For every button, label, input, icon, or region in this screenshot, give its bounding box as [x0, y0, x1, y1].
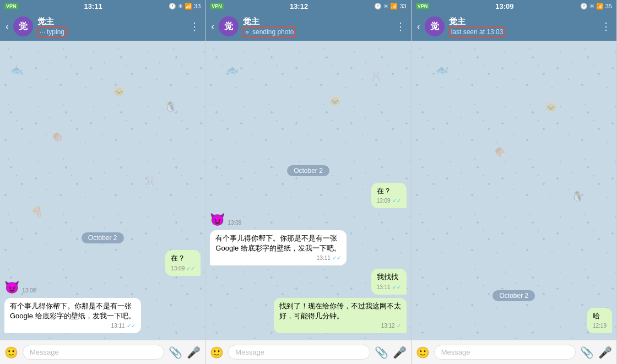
msg-row-2-4: 我找找 13:11 ✓✓	[210, 269, 406, 294]
phone-panel-2: VPN 13:12 🕐 ✳ 📶 33 ‹ 觉 觉主 » sending phot…	[205, 0, 411, 364]
header-status-3: last seen at 13:03	[449, 27, 597, 37]
bubble-1-3: 有个事儿得你帮下。你那是不是有一张Google 给底彩字的壁纸，发我一下吧。 1…	[4, 298, 141, 333]
doodle-1: 🐟	[10, 64, 23, 77]
check-2-4: ✓✓	[392, 284, 401, 291]
msg-meta-2-4: 13:11 ✓✓	[377, 284, 401, 291]
check-2-1: ✓✓	[392, 197, 401, 205]
avatar-2: 觉	[219, 17, 239, 36]
bubble-2-4: 我找找 13:11 ✓✓	[371, 269, 407, 294]
back-button-2[interactable]: ‹	[211, 21, 214, 32]
back-button-1[interactable]: ‹	[6, 21, 9, 32]
mic-icon-3[interactable]: 🎤	[598, 346, 612, 359]
bubble-2-3: 有个事儿得你帮下。你那是不是有一张Google 给底彩字的壁纸，发我一下吧。 1…	[210, 230, 347, 265]
message-list-3: October 2 哈 12:19	[412, 280, 616, 340]
doodle-2-3: 🐰	[370, 70, 382, 83]
msg-text-1-3: 有个事儿得你帮下。你那是不是有一张Google 给底彩字的壁纸，发我一下吧。	[10, 302, 136, 320]
status-highlight-3: last seen at 13:03	[449, 27, 506, 37]
msg-row-1-1: 在？ 13:09 ✓✓	[4, 250, 201, 275]
mic-icon-2[interactable]: 🎤	[393, 346, 407, 359]
input-bar-3: 🙂 Message 📎 🎤	[412, 340, 616, 364]
msg-text-2-3: 有个事儿得你帮下。你那是不是有一张Google 给底彩字的壁纸，发我一下吧。	[215, 234, 341, 252]
msg-row-2-5: 找到了！现在给你传，不过我这网不太好，可能得几分钟。 13:12 ✓	[210, 298, 406, 333]
header-info-1: 觉主 ··· typing	[37, 17, 185, 37]
msg-meta-2-1: 13:09 ✓✓	[377, 197, 401, 205]
msg-time-2-5: 13:12	[381, 322, 395, 330]
msg-time-2-2: 13:09	[228, 220, 241, 226]
doodle-6: 🍕	[31, 205, 43, 218]
status-text-3: last seen at 13:03	[451, 28, 504, 36]
bubble-3-1: 哈 12:19	[587, 308, 612, 333]
input-bar-1: 🙂 Message 📎 🎤	[0, 340, 205, 364]
bubble-2-1: 在？ 13:09 ✓✓	[371, 183, 407, 208]
mic-icon-1[interactable]: 🎤	[187, 346, 201, 359]
check-2-3: ✓✓	[332, 254, 341, 262]
check-1-1: ✓✓	[186, 265, 195, 273]
status-time-2: 13:12	[290, 2, 308, 10]
emoji-icon-3[interactable]: 🙂	[416, 346, 430, 359]
doodle-5: 🐧	[164, 101, 176, 113]
msg-text-2-5: 找到了！现在给你传，不过我这网不太好，可能得几分钟。	[279, 302, 401, 320]
contact-name-3: 觉主	[449, 17, 597, 27]
chat-header-1: ‹ 觉 觉主 ··· typing ⋮	[0, 12, 205, 41]
menu-button-2[interactable]: ⋮	[396, 20, 405, 32]
chat-background-3: 🐟 🐱 🍖 🐧 October 2 哈 12:19	[412, 41, 616, 340]
status-highlight-1: ··· typing	[37, 27, 67, 37]
status-left-3: VPN	[416, 3, 430, 9]
status-text-2: sending photo	[252, 28, 294, 36]
status-icons-3: 🕐 ✳ 📶 35	[580, 3, 612, 10]
menu-button-3[interactable]: ⋮	[601, 20, 611, 32]
msg-row-1-3: 有个事儿得你帮下。你那是不是有一张Google 给底彩字的壁纸，发我一下吧。 1…	[4, 298, 201, 333]
msg-time-1-1: 13:09	[171, 265, 185, 273]
status-left-2: VPN	[210, 3, 224, 9]
status-left-1: VPN	[4, 3, 18, 9]
date-pill-1: October 2	[82, 232, 124, 243]
msg-time-1-3: 13:11	[111, 322, 125, 330]
doodle-3-3: 🍖	[494, 145, 506, 157]
chat-header-2: ‹ 觉 觉主 » sending photo ⋮	[205, 12, 410, 41]
message-input-3[interactable]: Message	[434, 345, 576, 360]
bubble-2-5: 找到了！现在给你传，不过我这网不太好，可能得几分钟。 13:12 ✓	[274, 298, 407, 333]
msg-text-3-1: 哈	[593, 312, 600, 320]
status-right-3: 🕐 ✳ 📶 35	[580, 3, 612, 10]
message-input-2[interactable]: Message	[228, 345, 370, 360]
phone-panel-3: VPN 13:09 🕐 ✳ 📶 35 ‹ 觉 觉主 last seen at 1…	[412, 0, 617, 364]
doodle-2: 🐱	[113, 85, 125, 97]
attach-icon-3[interactable]: 📎	[580, 346, 594, 359]
message-input-1[interactable]: Message	[23, 345, 164, 360]
msg-meta-1-1: 13:09 ✓✓	[171, 265, 195, 273]
msg-text-2-1: 在？	[377, 187, 391, 195]
doodle-2-1: 🐟	[226, 64, 239, 77]
msg-time-2-3: 13:11	[317, 254, 331, 262]
msg-time-3-1: 12:19	[593, 322, 607, 330]
menu-button-1[interactable]: ⋮	[190, 20, 199, 32]
msg-row-3-1: 哈 12:19	[416, 308, 612, 333]
chat-background-2: 🐟 🐱 🐰 October 2 在？ 13:09 ✓✓ 😈 13:09	[205, 41, 410, 340]
emoji-icon-1[interactable]: 🙂	[4, 346, 18, 359]
date-pill-2: October 2	[287, 165, 329, 176]
status-right-2: 🕐 ✳ 📶 33	[374, 3, 406, 10]
emoji-icon-2[interactable]: 🙂	[210, 346, 224, 359]
status-bar-2: VPN 13:12 🕐 ✳ 📶 33	[205, 0, 410, 12]
status-icons-1: 🕐 ✳ 📶 33	[169, 3, 201, 10]
vpn-badge-3: VPN	[416, 3, 430, 9]
msg-meta-1-3: 13:11 ✓✓	[10, 322, 136, 330]
back-button-3[interactable]: ‹	[417, 21, 420, 32]
msg-meta-2-3: 13:11 ✓✓	[215, 254, 341, 262]
header-info-2: 觉主 » sending photo	[243, 17, 391, 37]
status-bar-1: VPN 13:11 🕐 ✳ 📶 33	[0, 0, 205, 12]
status-prefix-1: ···	[40, 28, 45, 36]
header-status-1: ··· typing	[37, 27, 185, 37]
avatar-3: 觉	[425, 17, 445, 36]
attach-icon-1[interactable]: 📎	[169, 346, 182, 359]
msg-row-1-2: 😈 13:09	[4, 279, 201, 295]
message-list-1: October 2 在？ 13:09 ✓✓ 😈 13:09	[0, 222, 205, 340]
chat-background-1: 🐟 🐱 🍖 🐰 🐧 🍕 October 2 在？ 13:09 ✓✓ 😈	[0, 41, 205, 340]
status-bar-3: VPN 13:09 🕐 ✳ 📶 35	[412, 0, 616, 12]
attach-icon-2[interactable]: 📎	[375, 346, 388, 359]
msg-meta-3-1: 12:19	[593, 322, 607, 330]
check-1-3: ✓✓	[127, 322, 136, 330]
vpn-badge-1: VPN	[4, 3, 18, 9]
status-highlight-2: » sending photo	[243, 27, 296, 37]
bubble-1-1: 在？ 13:09 ✓✓	[165, 250, 201, 275]
chat-header-3: ‹ 觉 觉主 last seen at 13:03 ⋮	[412, 12, 616, 41]
